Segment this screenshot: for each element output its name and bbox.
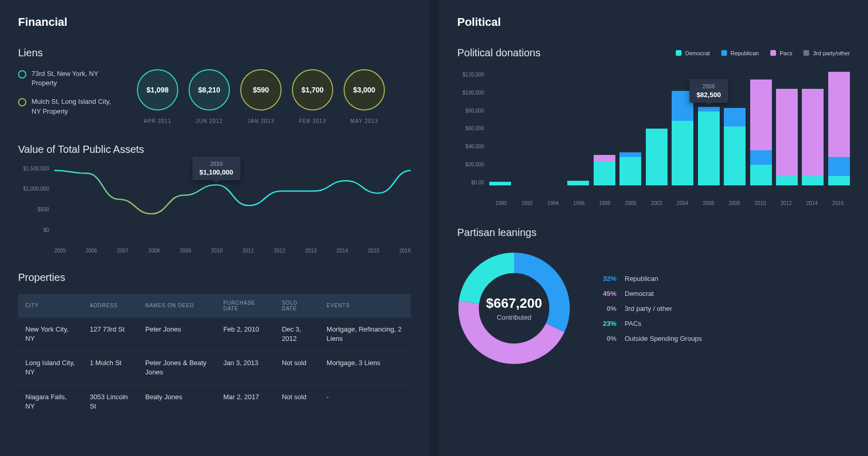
lien-bubble-col: $590 JAN 2013 bbox=[240, 69, 282, 125]
legend-swatch-icon bbox=[770, 50, 776, 56]
donations-y-tick: $40,000 bbox=[457, 144, 484, 149]
lien-bubble[interactable]: $3,000 bbox=[344, 69, 385, 111]
donations-bar[interactable]: 2006 $82,500 bbox=[698, 72, 720, 185]
lien-bubble[interactable]: $1,700 bbox=[292, 69, 333, 111]
tooltip-year: 2006 bbox=[696, 83, 721, 89]
partisan-row[interactable]: 0% 3rd party / other bbox=[597, 305, 702, 312]
partisan-row[interactable]: 23% PACs bbox=[597, 320, 702, 327]
donations-bar[interactable] bbox=[802, 72, 824, 185]
donut-total: $667,200 bbox=[486, 295, 542, 311]
donations-bar[interactable] bbox=[567, 72, 589, 185]
donations-y-tick: $100,000 bbox=[457, 90, 484, 96]
assets-title: Value of Total Public Assets bbox=[18, 144, 411, 155]
donations-bar[interactable] bbox=[776, 72, 798, 185]
donations-segment bbox=[594, 155, 615, 162]
lien-bubble[interactable]: $8,210 bbox=[189, 69, 230, 111]
table-cell: Mortgage, 3 Liens bbox=[319, 351, 411, 385]
donations-y-tick: $0.00 bbox=[457, 180, 484, 185]
lien-property-label: Mulch St, Long Island City, NY Property bbox=[32, 97, 121, 116]
lien-property-item[interactable]: Mulch St, Long Island City, NY Property bbox=[18, 97, 121, 116]
lien-property-item[interactable]: 73rd St, New York, NY Property bbox=[18, 69, 121, 88]
table-cell: Mar 2, 2017 bbox=[216, 385, 274, 418]
partisan-row[interactable]: 0% Outside Spending Groups bbox=[597, 335, 702, 342]
legend-item[interactable]: Republican bbox=[721, 50, 759, 56]
donations-segment bbox=[802, 176, 824, 185]
donations-x-tick: 2004 bbox=[671, 200, 694, 206]
partisan-row[interactable]: 32% Republican bbox=[597, 275, 702, 282]
assets-x-tick: 2013 bbox=[305, 248, 317, 254]
assets-x-tick: 2011 bbox=[242, 248, 254, 254]
donations-bar[interactable] bbox=[489, 72, 511, 185]
donations-x-tick: 1994 bbox=[541, 200, 565, 206]
donations-x-tick: 2002 bbox=[645, 200, 669, 206]
legend-swatch-icon bbox=[721, 50, 727, 56]
partisan-pct: 32% bbox=[597, 275, 616, 282]
table-cell: - bbox=[319, 385, 411, 418]
donations-bar[interactable] bbox=[672, 72, 693, 185]
table-cell: 3053 Lincoln St bbox=[83, 385, 138, 418]
donations-bar[interactable] bbox=[515, 72, 537, 185]
donut-center: $667,200 Contributed bbox=[457, 251, 571, 365]
partisan-label: PACs bbox=[625, 320, 641, 327]
donations-chart[interactable]: $120,000$100,000$80,000$60,000$40,000$20… bbox=[457, 72, 850, 206]
donations-segment bbox=[750, 150, 772, 165]
donations-x-tick: 1998 bbox=[593, 200, 617, 206]
donations-segment bbox=[619, 152, 641, 157]
donut-label: Contributed bbox=[497, 313, 531, 321]
table-row[interactable]: New York City, NY127 73rd StPeter JonesF… bbox=[18, 318, 411, 351]
properties-col-header: NAMES ON DEED bbox=[138, 294, 216, 318]
donations-y-tick: $60,000 bbox=[457, 125, 484, 131]
lien-bubble[interactable]: $1,098 bbox=[137, 69, 178, 111]
donations-x-tick: 2014 bbox=[800, 200, 824, 206]
donations-segment bbox=[750, 80, 772, 151]
donations-segment bbox=[776, 176, 798, 185]
donations-title: Political donations bbox=[457, 47, 540, 59]
donations-bars: 2006 $82,500 bbox=[489, 72, 850, 185]
properties-col-header: ADDRESS bbox=[83, 294, 138, 318]
assets-x-tick: 2012 bbox=[274, 248, 285, 254]
lien-bubble[interactable]: $590 bbox=[240, 69, 282, 111]
donations-bar[interactable] bbox=[724, 72, 746, 185]
table-cell: 1 Mulch St bbox=[83, 351, 138, 385]
partisan-pct: 0% bbox=[597, 335, 616, 342]
donations-segment bbox=[619, 157, 641, 185]
assets-x-tick: 2006 bbox=[86, 248, 97, 254]
legend-item[interactable]: Pacs bbox=[770, 50, 792, 56]
donations-bar[interactable] bbox=[750, 72, 772, 185]
partisan-row[interactable]: 45% Democrat bbox=[597, 290, 702, 297]
assets-y-tick: $500 bbox=[18, 207, 49, 212]
donations-segment bbox=[646, 129, 668, 185]
properties-title: Properties bbox=[18, 272, 411, 284]
table-row[interactable]: Niagara Falls, NY3053 Lincoln StBeaty Jo… bbox=[18, 385, 411, 418]
legend-item[interactable]: Democrat bbox=[676, 50, 710, 56]
donations-segment bbox=[698, 107, 720, 112]
liens-property-list: 73rd St, New York, NY Property Mulch St,… bbox=[18, 69, 121, 125]
lien-bubble-date: MAY 2013 bbox=[350, 118, 378, 124]
donations-segment bbox=[724, 108, 746, 127]
donations-segment bbox=[489, 182, 511, 185]
assets-x-tick: 2014 bbox=[336, 248, 348, 254]
donations-x-tick: 2010 bbox=[748, 200, 772, 206]
table-row[interactable]: Long Island City, NY1 Mulch StPeter Jone… bbox=[18, 351, 411, 385]
donations-bar[interactable] bbox=[619, 72, 641, 185]
partisan-pct: 23% bbox=[597, 320, 616, 327]
donations-legend: Democrat Republican Pacs 3rd party/other bbox=[676, 50, 850, 56]
table-cell: Mortgage, Refinancing, 2 Liens bbox=[319, 318, 411, 351]
lien-bubble-date: FEB 2013 bbox=[299, 118, 326, 124]
assets-x-tick: 2008 bbox=[148, 248, 160, 254]
assets-chart[interactable]: $1,500,000$1,000,000$500$0 2010 bbox=[18, 166, 411, 254]
assets-x-tick: 2009 bbox=[180, 248, 191, 254]
donations-bar[interactable] bbox=[646, 72, 668, 185]
partisan-breakdown: 32% Republican45% Democrat0% 3rd party /… bbox=[597, 275, 702, 342]
donations-x-tick: 2006 bbox=[696, 200, 720, 206]
donations-bar[interactable] bbox=[541, 72, 563, 185]
donations-segment bbox=[802, 89, 824, 176]
donations-bar[interactable] bbox=[594, 72, 615, 185]
donations-bar[interactable] bbox=[828, 72, 850, 185]
partisan-donut[interactable]: $667,200 Contributed bbox=[457, 251, 571, 365]
table-cell: Dec 3, 2012 bbox=[274, 318, 319, 351]
table-cell: New York City, NY bbox=[18, 318, 83, 351]
legend-item[interactable]: 3rd party/other bbox=[803, 50, 850, 56]
legend-label: 3rd party/other bbox=[813, 50, 850, 56]
assets-y-tick: $0 bbox=[18, 227, 49, 233]
